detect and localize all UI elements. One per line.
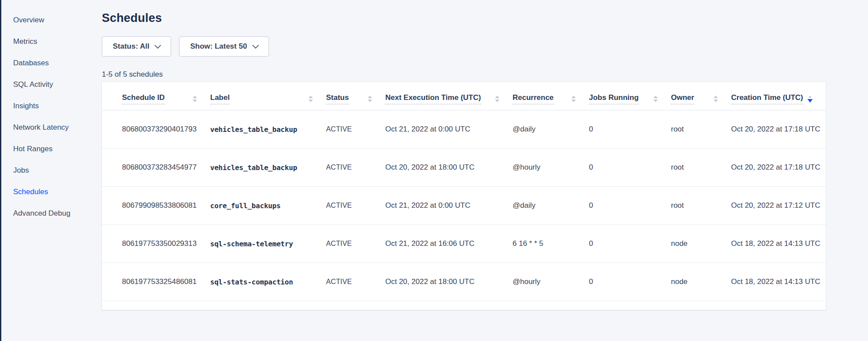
jobs-running-cell: 0 <box>589 187 671 225</box>
schedule-label-cell: sql-schema-telemetry <box>210 225 326 263</box>
owner-cell: root <box>671 110 731 149</box>
creation-time-cell: Oct 18, 2022 at 14:13 UTC <box>731 225 826 263</box>
creation-time-cell: Oct 20, 2022 at 17:12 UTC <box>731 187 826 225</box>
column-label: Label <box>210 93 230 104</box>
sort-icon[interactable] <box>571 96 576 102</box>
page-title: Schedules <box>102 11 868 25</box>
recurrence-cell: @hourly <box>513 149 589 187</box>
schedule-id-cell[interactable]: 806800373290401793 <box>102 110 210 149</box>
schedule-label-cell: core_full_backups <box>210 187 326 225</box>
results-count: 1-5 of 5 schedules <box>102 70 868 79</box>
sidebar-item-network-latency[interactable]: Network Latency <box>1 123 102 132</box>
sidebar-item-jobs[interactable]: Jobs <box>1 166 102 175</box>
jobs-running-cell: 0 <box>589 149 671 187</box>
chevron-down-icon <box>154 42 161 49</box>
creation-time-cell: Oct 20, 2022 at 17:18 UTC <box>731 110 826 149</box>
table-row: 806197753350029313 sql-schema-telemetry … <box>102 225 826 263</box>
sidebar-item-metrics[interactable]: Metrics <box>1 37 102 46</box>
schedule-id-cell[interactable]: 806197753350029313 <box>102 225 210 263</box>
sidebar-item-databases[interactable]: Databases <box>1 59 102 67</box>
table-row: 806799098533806081 core_full_backups ACT… <box>102 187 826 225</box>
column-header-creation-time[interactable]: Creation Time (UTC) <box>731 82 826 110</box>
show-filter-label: Show: Latest 50 <box>190 42 247 51</box>
status-cell: ACTIVE <box>326 110 385 149</box>
creation-time-cell: Oct 18, 2022 at 14:13 UTC <box>731 263 826 301</box>
recurrence-cell: @daily <box>513 110 589 149</box>
next-execution-cell: Oct 21, 2022 at 16:06 UTC <box>385 225 513 263</box>
filter-bar: Status: All Show: Latest 50 <box>102 36 868 57</box>
status-filter-dropdown[interactable]: Status: All <box>102 36 171 57</box>
sort-icon[interactable] <box>495 96 499 102</box>
schedule-label-cell: sql-stats-compaction <box>210 263 326 301</box>
status-cell: ACTIVE <box>326 263 385 301</box>
column-label: Owner <box>671 93 694 104</box>
column-label: Recurrence <box>513 93 554 104</box>
sidebar-item-sql-activity[interactable]: SQL Activity <box>1 80 102 89</box>
schedule-id-cell[interactable]: 806799098533806081 <box>102 187 210 225</box>
column-label: Creation Time (UTC) <box>731 93 803 104</box>
sidebar-nav: Overview Metrics Databases SQL Activity … <box>1 0 102 341</box>
owner-cell: node <box>671 225 731 263</box>
column-header-recurrence[interactable]: Recurrence <box>513 82 589 110</box>
table-row: 806800373283454977 vehicles_table_backup… <box>102 149 826 187</box>
owner-cell: root <box>671 187 731 225</box>
recurrence-cell: @hourly <box>513 263 589 301</box>
table-row: 806800373290401793 vehicles_table_backup… <box>102 110 826 149</box>
sidebar-item-advanced-debug[interactable]: Advanced Debug <box>1 209 102 218</box>
column-label: Next Execution Time (UTC) <box>385 93 481 104</box>
creation-time-cell: Oct 20, 2022 at 17:18 UTC <box>731 149 826 187</box>
schedule-id-cell[interactable]: 806800373283454977 <box>102 149 210 187</box>
status-filter-label: Status: All <box>113 42 149 51</box>
sidebar-item-hot-ranges[interactable]: Hot Ranges <box>1 145 102 153</box>
column-header-next-execution-time[interactable]: Next Execution Time (UTC) <box>385 82 513 110</box>
owner-cell: root <box>671 149 731 187</box>
jobs-running-cell: 0 <box>589 110 671 149</box>
sort-icon[interactable] <box>193 96 197 102</box>
sidebar-item-schedules[interactable]: Schedules <box>1 188 102 196</box>
schedules-table: Schedule ID Label Status <box>102 82 826 301</box>
next-execution-cell: Oct 20, 2022 at 18:00 UTC <box>385 149 513 187</box>
column-header-label[interactable]: Label <box>210 82 326 110</box>
jobs-running-cell: 0 <box>589 225 671 263</box>
status-cell: ACTIVE <box>326 187 385 225</box>
status-cell: ACTIVE <box>326 149 385 187</box>
column-header-jobs-running[interactable]: Jobs Running <box>589 82 671 110</box>
recurrence-cell: @daily <box>513 187 589 225</box>
main-content: Schedules Status: All Show: Latest 50 1-… <box>102 0 868 341</box>
sort-icon[interactable] <box>653 96 658 102</box>
owner-cell: node <box>671 263 731 301</box>
column-header-schedule-id[interactable]: Schedule ID <box>102 82 210 110</box>
column-label: Schedule ID <box>122 93 165 104</box>
show-filter-dropdown[interactable]: Show: Latest 50 <box>179 36 269 57</box>
recurrence-cell: 6 16 * * 5 <box>513 225 589 263</box>
next-execution-cell: Oct 21, 2022 at 0:00 UTC <box>385 110 513 149</box>
sort-icon[interactable] <box>714 96 718 102</box>
column-label: Status <box>326 93 349 104</box>
sidebar-item-overview[interactable]: Overview <box>1 16 102 25</box>
column-header-status[interactable]: Status <box>326 82 385 110</box>
table-header-row: Schedule ID Label Status <box>102 82 826 110</box>
schedule-id-cell[interactable]: 806197753325486081 <box>102 263 210 301</box>
chevron-down-icon <box>252 42 259 49</box>
schedule-label-cell: vehicles_table_backup <box>210 110 326 149</box>
status-cell: ACTIVE <box>326 225 385 263</box>
sort-icon[interactable] <box>368 96 372 102</box>
sort-desc-icon[interactable] <box>807 96 813 103</box>
schedules-table-card: Schedule ID Label Status <box>102 82 826 310</box>
sort-icon[interactable] <box>308 96 313 102</box>
column-label: Jobs Running <box>589 93 638 104</box>
next-execution-cell: Oct 20, 2022 at 18:00 UTC <box>385 263 513 301</box>
sidebar-item-insights[interactable]: Insights <box>1 102 102 110</box>
schedule-label-cell: vehicles_table_backup <box>210 149 326 187</box>
table-row: 806197753325486081 sql-stats-compaction … <box>102 263 826 301</box>
column-header-owner[interactable]: Owner <box>671 82 731 110</box>
jobs-running-cell: 0 <box>589 263 671 301</box>
next-execution-cell: Oct 21, 2022 at 0:00 UTC <box>385 187 513 225</box>
